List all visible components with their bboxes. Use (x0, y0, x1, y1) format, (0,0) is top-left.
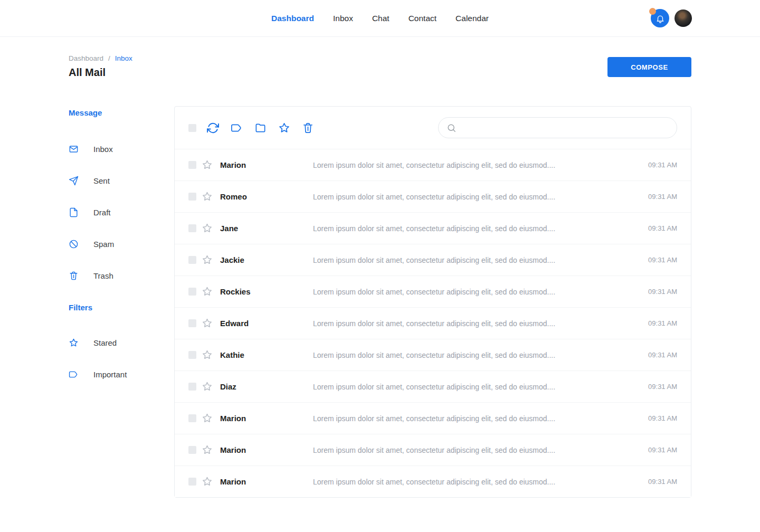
star-icon[interactable] (202, 254, 213, 265)
mail-row[interactable]: Jackie Lorem ipsum dolor sit amet, conse… (175, 244, 691, 276)
user-avatar[interactable] (674, 10, 692, 27)
bell-icon (656, 14, 665, 23)
star-icon[interactable] (202, 286, 213, 297)
sidebar-item-label: Important (93, 370, 127, 379)
folder-icon (254, 122, 267, 134)
row-checkbox[interactable] (188, 193, 196, 201)
mail-row[interactable]: Rockies Lorem ipsum dolor sit amet, cons… (175, 276, 691, 307)
mail-toolbar (175, 107, 691, 149)
sidebar-item-spam[interactable]: Spam (69, 228, 174, 260)
refresh-button[interactable] (207, 122, 219, 134)
sidebar-item-label: Sent (93, 176, 110, 185)
sender-name: Kathie (220, 350, 313, 359)
star-icon (69, 338, 79, 348)
star-icon[interactable] (202, 191, 213, 202)
star-button[interactable] (278, 122, 290, 134)
star-icon[interactable] (202, 413, 213, 424)
preview-text: Lorem ipsum dolor sit amet, consectetur … (313, 478, 638, 486)
preview-text: Lorem ipsum dolor sit amet, consectetur … (313, 288, 638, 296)
star-icon[interactable] (202, 159, 213, 170)
nav-dashboard[interactable]: Dashboard (271, 14, 314, 23)
sidebar-item-sent[interactable]: Sent (69, 165, 174, 196)
sender-name: Marion (220, 445, 313, 454)
main-nav: Dashboard Inbox Chat Contact Calendar (271, 14, 489, 23)
sidebar-item-trash[interactable]: Trash (69, 260, 174, 291)
star-icon[interactable] (202, 476, 213, 487)
compose-button[interactable]: COMPOSE (607, 57, 691, 77)
mail-row[interactable]: Marion Lorem ipsum dolor sit amet, conse… (175, 402, 691, 434)
timestamp: 09:31 AM (648, 383, 677, 391)
mail-rows: Marion Lorem ipsum dolor sit amet, conse… (175, 149, 691, 497)
folder-button[interactable] (254, 122, 267, 134)
row-checkbox[interactable] (188, 478, 196, 486)
envelope-icon (69, 144, 79, 154)
sender-name: Romeo (220, 192, 313, 201)
sidebar-item-stared[interactable]: Stared (69, 327, 174, 358)
star-icon[interactable] (202, 444, 213, 455)
breadcrumb-inbox[interactable]: Inbox (115, 54, 132, 62)
star-icon[interactable] (202, 381, 213, 392)
mail-row[interactable]: Kathie Lorem ipsum dolor sit amet, conse… (175, 339, 691, 370)
sidebar-section-message: Message Inbox Sent Draft (69, 108, 174, 291)
row-checkbox[interactable] (188, 351, 196, 359)
nav-calendar[interactable]: Calendar (455, 14, 489, 23)
notification-dot (649, 8, 656, 15)
sender-name: Marion (220, 414, 313, 423)
row-checkbox[interactable] (188, 446, 196, 454)
mail-row[interactable]: Jane Lorem ipsum dolor sit amet, consect… (175, 212, 691, 244)
preview-text: Lorem ipsum dolor sit amet, consectetur … (313, 351, 638, 359)
row-checkbox[interactable] (188, 383, 196, 391)
select-all-checkbox[interactable] (188, 124, 196, 132)
timestamp: 09:31 AM (648, 414, 677, 422)
sidebar-item-important[interactable]: Important (69, 358, 174, 390)
breadcrumb-dashboard[interactable]: Dashboard (69, 54, 103, 62)
sidebar-item-inbox[interactable]: Inbox (69, 133, 174, 165)
mail-row[interactable]: Edward Lorem ipsum dolor sit amet, conse… (175, 307, 691, 339)
label-button[interactable] (231, 122, 243, 134)
notifications-button[interactable] (651, 9, 669, 27)
row-checkbox[interactable] (188, 256, 196, 264)
trash-icon (69, 271, 79, 281)
nav-inbox[interactable]: Inbox (333, 14, 353, 23)
mail-row[interactable]: Diaz Lorem ipsum dolor sit amet, consect… (175, 370, 691, 402)
breadcrumb: Dashboard / Inbox (69, 54, 132, 62)
sidebar-message-list: Inbox Sent Draft Spam (69, 133, 174, 291)
sender-name: Marion (220, 160, 313, 169)
search-input[interactable] (462, 123, 669, 132)
preview-text: Lorem ipsum dolor sit amet, consectetur … (313, 414, 638, 423)
star-icon[interactable] (202, 318, 213, 329)
sidebar-section-filters-title: Filters (69, 303, 174, 312)
mail-row[interactable]: Marion Lorem ipsum dolor sit amet, conse… (175, 434, 691, 466)
preview-text: Lorem ipsum dolor sit amet, consectetur … (313, 256, 638, 264)
search-box (438, 117, 677, 138)
page-body: Dashboard / Inbox All Mail COMPOSE Messa… (0, 37, 760, 498)
row-checkbox[interactable] (188, 319, 196, 327)
mail-row[interactable]: Romeo Lorem ipsum dolor sit amet, consec… (175, 180, 691, 212)
mail-row[interactable]: Marion Lorem ipsum dolor sit amet, conse… (175, 466, 691, 497)
timestamp: 09:31 AM (648, 478, 677, 486)
sidebar-item-draft[interactable]: Draft (69, 196, 174, 228)
title-block: Dashboard / Inbox All Mail (69, 54, 132, 79)
row-checkbox[interactable] (188, 414, 196, 422)
file-icon (69, 207, 79, 217)
refresh-icon (207, 122, 219, 134)
timestamp: 09:31 AM (648, 224, 677, 232)
mail-row[interactable]: Marion Lorem ipsum dolor sit amet, conse… (175, 149, 691, 180)
label-icon (231, 122, 243, 134)
star-icon (278, 122, 290, 134)
timestamp: 09:31 AM (648, 161, 677, 169)
sidebar-filters-list: Stared Important (69, 327, 174, 390)
star-icon[interactable] (202, 349, 213, 360)
nav-chat[interactable]: Chat (372, 14, 390, 23)
row-checkbox[interactable] (188, 288, 196, 296)
sender-name: Jane (220, 224, 313, 233)
sidebar-section-message-title: Message (69, 108, 174, 117)
row-checkbox[interactable] (188, 224, 196, 232)
top-navigation: Dashboard Inbox Chat Contact Calendar (0, 0, 760, 37)
nav-contact[interactable]: Contact (408, 14, 436, 23)
row-checkbox[interactable] (188, 161, 196, 169)
sidebar-item-label: Inbox (93, 145, 113, 154)
delete-button[interactable] (302, 122, 314, 134)
star-icon[interactable] (202, 223, 213, 234)
timestamp: 09:31 AM (648, 256, 677, 264)
